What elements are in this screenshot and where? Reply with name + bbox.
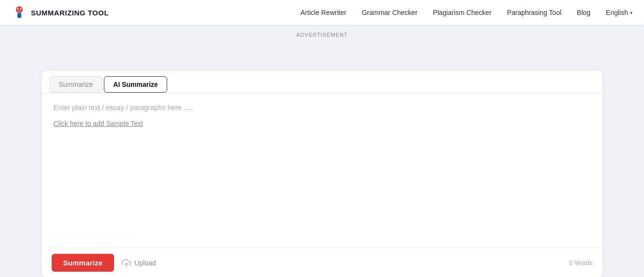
svg-rect-1 — [17, 13, 21, 18]
upload-cloud-icon — [122, 258, 131, 268]
article-rewriter-link[interactable]: Article Rewriter — [301, 9, 346, 16]
brand-logo-link[interactable]: SUMMARIZING TOOL — [12, 5, 109, 20]
nav-item-blog[interactable]: Blog — [577, 8, 590, 17]
svg-rect-6 — [18, 11, 20, 12]
tabs-bar: Summarize AI Summarize — [42, 70, 602, 93]
upload-label: Upload — [134, 259, 156, 267]
text-input-area: Enter plain text / essay / paragraphs he… — [42, 93, 602, 248]
brand-name-text: SUMMARIZING TOOL — [31, 9, 109, 17]
brand-logo-icon — [12, 5, 27, 20]
word-count: 0 Words — [569, 259, 592, 266]
language-label: English — [606, 9, 628, 16]
navbar: SUMMARIZING TOOL Article Rewriter Gramma… — [0, 0, 644, 25]
paraphrasing-tool-link[interactable]: Paraphrasing Tool — [507, 9, 561, 16]
blog-link[interactable]: Blog — [577, 9, 590, 16]
upload-button[interactable]: Upload — [122, 258, 156, 268]
tool-card: Summarize AI Summarize Enter plain text … — [42, 70, 602, 277]
nav-item-plagiarism-checker[interactable]: Plagiarism Checker — [433, 8, 491, 17]
tab-summarize[interactable]: Summarize — [50, 76, 102, 93]
tab-ai-summarize[interactable]: AI Summarize — [104, 76, 167, 93]
summarize-button[interactable]: Summarize — [52, 254, 114, 272]
nav-item-article-rewriter[interactable]: Article Rewriter — [301, 8, 346, 17]
chevron-down-icon: ▾ — [630, 10, 632, 15]
svg-point-5 — [21, 9, 22, 10]
grammar-checker-link[interactable]: Grammar Checker — [362, 9, 417, 16]
nav-item-paraphrasing-tool[interactable]: Paraphrasing Tool — [507, 8, 561, 17]
nav-item-language[interactable]: English ▾ — [606, 9, 632, 16]
nav-item-grammar-checker[interactable]: Grammar Checker — [362, 8, 417, 17]
nav-links: Article Rewriter Grammar Checker Plagiar… — [301, 8, 632, 17]
svg-point-4 — [18, 9, 19, 10]
main-content: Summarize AI Summarize Enter plain text … — [32, 42, 612, 277]
ad-label: ADVERTISEMENT — [296, 32, 347, 38]
plagiarism-checker-link[interactable]: Plagiarism Checker — [433, 9, 491, 16]
tool-footer: Summarize Upload 0 Words — [42, 248, 602, 277]
ad-banner: ADVERTISEMENT — [0, 25, 644, 42]
